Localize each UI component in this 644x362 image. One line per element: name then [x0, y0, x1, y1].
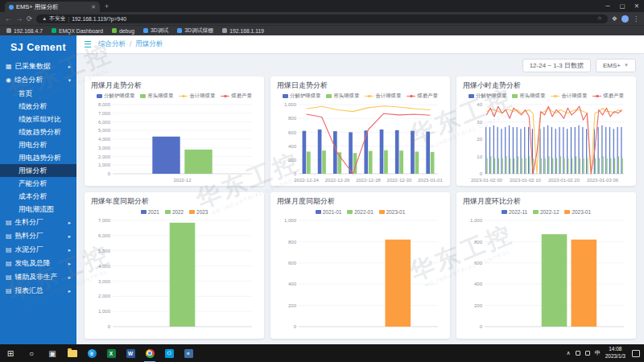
tray-network-icon[interactable]: [576, 351, 580, 356]
address-bar[interactable]: ▲ 不安全 | 192.168.1.119/?p=940 ☆: [36, 14, 608, 23]
legend-item[interactable]: 窑头喂煤量: [512, 93, 545, 100]
chart-svg[interactable]: 0102030402023-01-02 002023-01-02 102023-…: [458, 101, 630, 184]
sidebar-item-3[interactable]: ▤生料分厂▸: [0, 216, 76, 229]
search-icon[interactable]: ○: [21, 344, 42, 362]
legend-item[interactable]: 分解炉喂煤量: [97, 93, 134, 100]
edge-icon[interactable]: e: [82, 344, 101, 362]
tray-expand-icon[interactable]: ∧: [567, 350, 571, 356]
language-indicator[interactable]: 中: [595, 349, 601, 357]
sidebar-subitem[interactable]: 用煤分析: [0, 164, 76, 177]
bookmark-item[interactable]: EMQX Dashboard: [52, 28, 103, 34]
legend-item[interactable]: 窑头喂煤量: [140, 93, 173, 100]
sidebar-item-4[interactable]: ▤熟料分厂▸: [0, 229, 76, 243]
legend-item[interactable]: 2022: [165, 209, 184, 215]
sidebar-item-5[interactable]: ▤水泥分厂▸: [0, 243, 76, 257]
chart-legend: 分解炉喂煤量窑头喂煤量合计喂煤量煤磨产量: [85, 92, 264, 101]
legend-item[interactable]: 窑头喂煤量: [326, 93, 359, 100]
vscode-icon[interactable]: ⌬: [159, 344, 179, 362]
extensions-icon[interactable]: ❖: [612, 15, 617, 23]
tray-volume-icon[interactable]: [585, 351, 590, 356]
excel-icon[interactable]: X: [101, 344, 121, 362]
sidebar-item-7[interactable]: ▤辅助及非生产▸: [0, 270, 76, 284]
chart-svg[interactable]: 02004006008001,000: [458, 216, 630, 337]
bookmark-item[interactable]: debug: [112, 28, 134, 34]
sidebar-subitem[interactable]: 用电趋势分析: [0, 151, 76, 164]
chart-svg[interactable]: 02004006008001,0002022-12-242022-12-2620…: [272, 101, 444, 184]
bookmark-item[interactable]: 192.168.1.119: [222, 28, 264, 34]
chart-plot-area[interactable]: 02004006008001,000: [270, 216, 450, 339]
svg-text:200: 200: [288, 158, 297, 162]
legend-item[interactable]: 2023-01: [379, 209, 405, 215]
legend-item[interactable]: 2023: [189, 209, 208, 215]
legend-item[interactable]: 2021: [141, 209, 159, 215]
minimize-button[interactable]: ─: [601, 0, 615, 12]
profile-avatar[interactable]: [621, 15, 629, 23]
sidebar-subitem[interactable]: 产能分析: [0, 177, 76, 190]
clock[interactable]: 14:08 2023/1/3: [605, 346, 625, 360]
bookmark-item[interactable]: 3D调试煤棚: [177, 27, 213, 35]
sidebar-subitem[interactable]: 用电分析: [0, 138, 76, 151]
chart-plot-area[interactable]: 02004006008001,000: [456, 216, 636, 339]
chrome-icon[interactable]: [140, 344, 159, 362]
legend-item[interactable]: 合计喂煤量: [179, 93, 215, 100]
legend-item[interactable]: 合计喂煤量: [365, 93, 401, 100]
legend-item[interactable]: 分解炉喂煤量: [469, 93, 506, 100]
legend-item[interactable]: 煤磨产量: [221, 93, 252, 100]
new-tab-button[interactable]: +: [105, 2, 109, 12]
menu-toggle-icon[interactable]: ☰: [84, 39, 92, 50]
legend-item[interactable]: 2021-01: [316, 209, 341, 215]
forward-icon[interactable]: →: [16, 14, 23, 23]
tab-close-icon[interactable]: ✕: [91, 4, 96, 10]
notification-center-icon[interactable]: [632, 350, 640, 357]
sidebar-subitem[interactable]: 用电潮流图: [0, 203, 76, 216]
word-icon[interactable]: W: [121, 344, 140, 362]
refresh-icon[interactable]: ⟳: [27, 14, 32, 23]
browser-menu-icon[interactable]: ⋮: [633, 15, 639, 23]
sidebar-subitem[interactable]: 绩效班组对比: [0, 113, 76, 125]
close-button[interactable]: ✕: [630, 0, 644, 12]
chart-svg[interactable]: 01,0002,0003,0004,0005,0006,0007,000: [86, 216, 258, 337]
legend-item[interactable]: 分解炉喂煤量: [283, 93, 320, 100]
task-view-icon[interactable]: ▣: [42, 344, 63, 362]
legend-item[interactable]: 2022-11: [502, 209, 527, 215]
bookmark-star-icon[interactable]: ☆: [597, 15, 602, 22]
chart-title: 用煤日走势分析: [270, 76, 450, 92]
chart-plot-area[interactable]: 01,0002,0003,0004,0005,0006,0007,000: [85, 216, 264, 339]
sidebar-item-6[interactable]: ▤发电及总降▸: [0, 257, 76, 270]
legend-item[interactable]: 2022-01: [347, 209, 373, 215]
legend-item[interactable]: 2022-12: [533, 209, 559, 215]
sidebar-item-8[interactable]: ▤报表汇总▸: [0, 284, 76, 298]
back-icon[interactable]: ←: [5, 14, 12, 23]
sidebar-item-1[interactable]: ▦已采集数据▸: [0, 60, 76, 73]
notepad-icon[interactable]: ≡: [179, 344, 198, 362]
sidebar-subitem[interactable]: 绩效分析: [0, 100, 76, 113]
chevron-down-icon: ▼: [624, 63, 629, 68]
start-button[interactable]: ⊞: [0, 344, 21, 362]
system-select-label: EMS+: [603, 62, 621, 69]
chart-card-5: 用煤月度同期分析2021-012022-012023-0102004006008…: [270, 192, 450, 339]
bookmark-item[interactable]: 192.168.4.7: [6, 28, 43, 34]
browser-tab[interactable]: EMS+ 用煤分析 ✕: [5, 2, 100, 12]
legend-item[interactable]: 煤磨产量: [592, 93, 624, 100]
svg-text:8,000: 8,000: [98, 102, 111, 107]
chart-plot-area[interactable]: 0102030402023-01-02 002023-01-02 102023-…: [456, 101, 636, 186]
bookmark-item[interactable]: 3D调试: [143, 27, 168, 35]
chart-svg[interactable]: 02004006008001,000: [272, 216, 444, 337]
chart-plot-area[interactable]: 02004006008001,0002022-12-242022-12-2620…: [270, 101, 450, 186]
sidebar-subitem[interactable]: 首页: [0, 87, 76, 100]
chart-svg[interactable]: 01,0002,0003,0004,0005,0006,0007,0008,00…: [86, 101, 258, 184]
date-range-button[interactable]: 12-24 ~ 1-3 日数据: [522, 59, 591, 72]
chart-plot-area[interactable]: 01,0002,0003,0004,0005,0006,0007,0008,00…: [85, 101, 264, 186]
sidebar-subitem[interactable]: 成本分析: [0, 190, 76, 203]
system-select[interactable]: EMS+ ▼: [596, 59, 636, 72]
content: 12-24 ~ 1-3 日数据 EMS+ ▼ 用煤月走势分析分解炉喂煤量窑头喂煤…: [76, 53, 644, 344]
legend-item[interactable]: 2023-01: [564, 209, 590, 215]
svg-text:1,000: 1,000: [470, 218, 483, 223]
breadcrumb-section[interactable]: 综合分析: [98, 39, 126, 49]
maximize-button[interactable]: ▢: [615, 0, 630, 12]
sidebar-item-2[interactable]: ◉综合分析▾: [0, 73, 76, 87]
legend-item[interactable]: 煤磨产量: [407, 93, 438, 100]
sidebar-subitem[interactable]: 绩效趋势分析: [0, 125, 76, 138]
file-explorer-icon[interactable]: [63, 344, 82, 362]
legend-item[interactable]: 合计喂煤量: [551, 93, 587, 100]
